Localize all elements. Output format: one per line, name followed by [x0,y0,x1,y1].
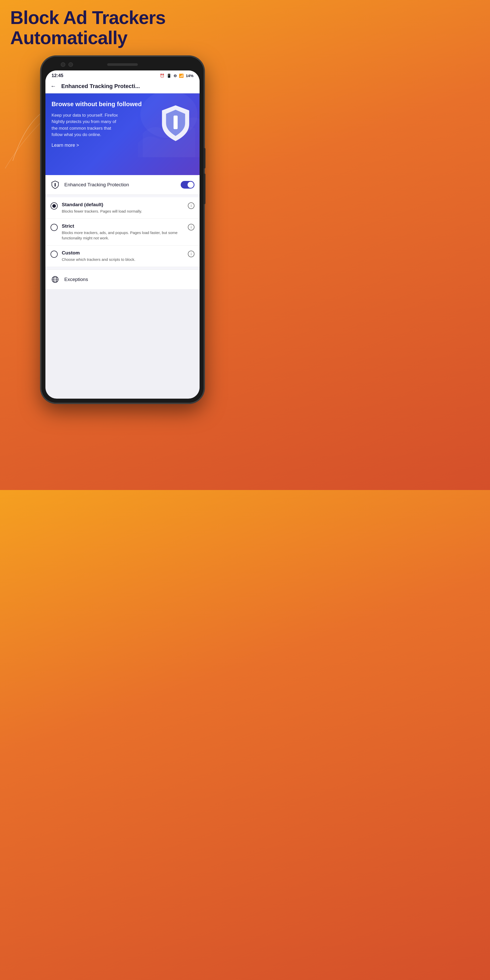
svg-rect-2 [55,183,56,186]
shield-setting-icon [51,180,60,189]
radio-standard[interactable] [51,202,58,210]
info-standard-icon[interactable]: i [188,202,194,209]
option-custom-desc: Choose which trackers and scripts to blo… [62,257,185,262]
status-time: 12:45 [52,73,63,78]
radio-custom[interactable] [51,251,58,258]
option-custom[interactable]: Custom Choose which trackers and scripts… [45,245,200,267]
exceptions-label: Exceptions [64,277,88,282]
radio-strict[interactable] [51,224,58,231]
globe-icon [51,275,60,284]
page-headline: Block Ad Trackers Automatically [10,8,235,48]
power-button [204,148,205,169]
option-strict-desc: Blocks more trackers, ads, and popups. P… [62,230,185,241]
info-strict-icon[interactable]: i [188,224,194,231]
options-area: Standard (default) Blocks fewer trackers… [45,195,200,269]
hero-title: Browse without being followed [52,100,193,108]
option-standard[interactable]: Standard (default) Blocks fewer trackers… [45,197,200,219]
etp-toggle[interactable] [181,181,194,189]
main-toggle-label: Enhanced Tracking Protection [64,182,181,188]
phone-sensors [45,61,200,68]
status-bar: 12:45 ⏰ 📳 ⊖ 📶 14% [45,70,200,80]
info-custom-icon[interactable]: i [188,251,194,257]
dnd-icon: ⊖ [173,73,177,78]
status-icons: ⏰ 📳 ⊖ 📶 14% [160,73,193,78]
nav-title: Enhanced Tracking Protecti... [61,83,140,89]
option-standard-desc: Blocks fewer trackers. Pages will load n… [62,208,185,214]
back-button[interactable]: ← [51,83,56,89]
svg-rect-1 [173,116,178,129]
vibrate-icon: 📳 [167,73,172,78]
front-camera-right [68,62,73,67]
option-custom-title: Custom [62,250,185,256]
option-standard-title: Standard (default) [62,202,185,207]
headline-line1: Block Ad Trackers [10,7,165,28]
option-strict-content: Strict Blocks more trackers, ads, and po… [62,223,185,241]
hero-shield-icon [158,103,193,145]
headline-line2: Automatically [10,27,127,48]
hero-banner: Browse without being followed Keep your … [45,94,200,175]
main-toggle-row: Enhanced Tracking Protection [45,175,200,195]
phone-screen: 12:45 ⏰ 📳 ⊖ 📶 14% ← Enhanced Tracking Pr… [45,70,200,399]
nav-bar: ← Enhanced Tracking Protecti... [45,80,200,94]
option-strict-title: Strict [62,223,185,229]
exceptions-row[interactable]: Exceptions [45,269,200,289]
phone-speaker [107,63,138,66]
option-standard-content: Standard (default) Blocks fewer trackers… [62,202,185,214]
phone-mockup: 12:45 ⏰ 📳 ⊖ 📶 14% ← Enhanced Tracking Pr… [41,56,204,403]
hero-body: Keep your data to yourself. Firefox Nigh… [52,112,118,138]
volume-button [204,173,205,204]
battery-text: 14% [186,73,193,78]
alarm-icon: ⏰ [160,73,165,78]
front-camera-left [61,62,65,67]
option-custom-content: Custom Choose which trackers and scripts… [62,250,185,262]
learn-more-link[interactable]: Learn more > [52,143,193,148]
option-strict[interactable]: Strict Blocks more trackers, ads, and po… [45,219,200,245]
wifi-icon: 📶 [179,73,184,78]
